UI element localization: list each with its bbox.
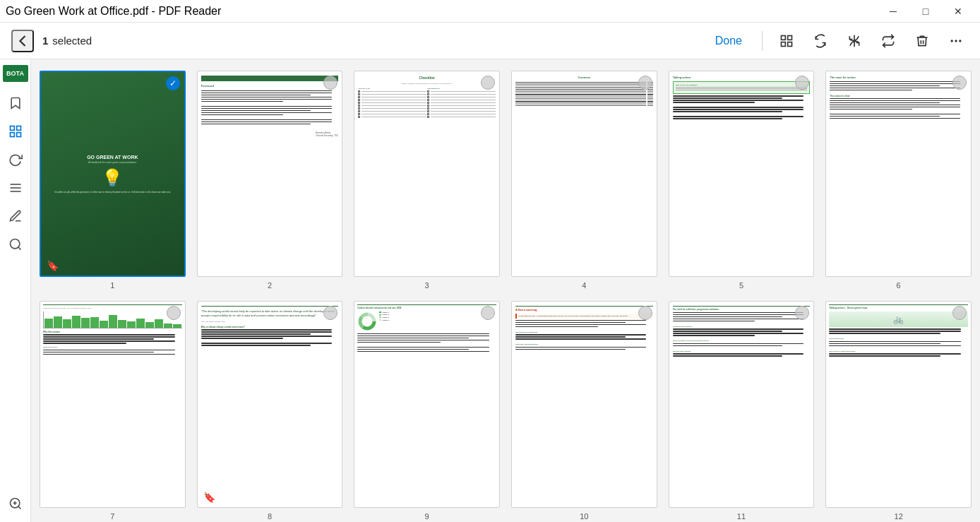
page-5-wrapper[interactable]: Taking action How to use this handbook (669, 71, 815, 290)
page-12-wrapper[interactable]: Taking action - Union green reps 🚲 Union… (825, 301, 972, 520)
page-10-number: 10 (580, 512, 588, 521)
rotate-icon (813, 34, 827, 48)
page-5-thumbnail[interactable]: Taking action How to use this handbook (669, 71, 815, 277)
page-10-wrapper[interactable]: A Stern warning The Stern report once sa… (511, 301, 657, 520)
flip-button[interactable] (842, 28, 867, 54)
thumbnails-icon (8, 124, 23, 138)
grid-view-button[interactable] (774, 28, 799, 54)
page-3-thumbnail[interactable]: Checklist Twenty questions when working … (354, 71, 500, 277)
page-2-wrapper[interactable]: Foreword Brandon BarkerGeneral (197, 71, 343, 290)
page-8-thumbnail[interactable]: "The developing world cannot fairly be e… (197, 301, 343, 507)
page-11-thumbnail[interactable]: The need for collective, progressive sol… (669, 301, 815, 507)
page-3-checkbox[interactable] (481, 76, 495, 90)
page-12-number: 12 (895, 512, 903, 521)
page-5-number: 5 (739, 281, 743, 290)
sidebar-item-annotations[interactable] (3, 203, 28, 229)
sidebar: BOTA (0, 59, 31, 522)
page-7-wrapper[interactable]: Twelve emissions per person - top 15 emi… (40, 301, 186, 520)
page-7-number: 7 (110, 512, 114, 521)
grid-icon (779, 34, 794, 48)
page-3-number: 3 (425, 281, 429, 290)
page-4-wrapper[interactable]: Contents (511, 71, 657, 290)
page-1-wrapper[interactable]: GO GREEN AT WORK A handbook for union gr… (40, 71, 186, 290)
page-6-number: 6 (897, 281, 901, 290)
sidebar-item-sync[interactable] (3, 147, 28, 172)
app-logo: BOTA (3, 65, 28, 82)
close-button[interactable]: ✕ (942, 0, 974, 23)
title-bar-controls: ─ □ ✕ (877, 0, 974, 23)
page-9-wrapper[interactable]: Carbon dioxide emissions by end use, 200… (354, 301, 500, 520)
page-4-number: 4 (582, 281, 586, 290)
sidebar-item-thumbnails[interactable] (3, 119, 28, 144)
page-6-checkbox[interactable] (952, 76, 967, 90)
bulb-icon: 💡 (102, 168, 123, 188)
page-7-checkbox[interactable] (167, 306, 181, 320)
page-1-bookmark: 🔖 (47, 260, 59, 271)
delete-icon (915, 34, 929, 48)
rotate-button[interactable] (808, 28, 833, 54)
svg-rect-3 (788, 42, 792, 46)
selected-label: selected (52, 35, 92, 47)
title-bar: Go Green Work at Office.pdf - PDF Reader… (0, 0, 980, 23)
page-9-number: 9 (425, 512, 429, 521)
svg-rect-10 (10, 133, 14, 137)
more-button[interactable] (943, 28, 969, 54)
svg-rect-11 (16, 133, 20, 137)
maximize-button[interactable]: □ (909, 0, 942, 23)
exchange-button[interactable] (876, 28, 901, 54)
search-icon (8, 237, 23, 251)
page-9-thumbnail[interactable]: Carbon dioxide emissions by end use, 200… (354, 301, 500, 507)
page-4-thumbnail[interactable]: Contents (511, 71, 657, 277)
thumbnails-area[interactable]: GO GREEN AT WORK A handbook for union gr… (31, 59, 980, 522)
page-8-number: 8 (268, 512, 272, 521)
flip-icon (847, 34, 861, 48)
page-7-thumbnail[interactable]: Twelve emissions per person - top 15 emi… (40, 301, 186, 507)
svg-point-6 (955, 40, 957, 42)
page-2-thumbnail[interactable]: Foreword Brandon BarkerGeneral (197, 71, 343, 277)
page-4-checkbox[interactable] (638, 76, 652, 90)
page-10-thumbnail[interactable]: A Stern warning The Stern report once sa… (511, 301, 657, 507)
page-6-thumbnail[interactable]: The case for action The science is clear (825, 71, 972, 277)
page-3-wrapper[interactable]: Checklist Twenty questions when working … (354, 71, 500, 290)
toolbar-divider (762, 31, 763, 51)
sidebar-item-bookmarks[interactable] (3, 90, 28, 116)
svg-point-7 (959, 40, 961, 42)
done-button[interactable]: Done (707, 30, 751, 52)
sidebar-item-search[interactable] (3, 232, 28, 257)
page-11-wrapper[interactable]: The need for collective, progressive sol… (669, 301, 815, 520)
svg-point-25 (365, 319, 369, 324)
annotations-icon (8, 209, 23, 223)
delete-button[interactable] (909, 28, 935, 54)
page-12-thumbnail[interactable]: Taking action - Union green reps 🚲 Union… (825, 301, 972, 507)
title-bar-title: Go Green Work at Office.pdf - PDF Reader (6, 5, 221, 18)
page-1-number: 1 (110, 281, 114, 290)
back-button[interactable] (11, 30, 34, 52)
back-icon (13, 31, 32, 51)
svg-rect-0 (782, 35, 786, 40)
page-10-checkbox[interactable] (638, 306, 652, 320)
minimize-button[interactable]: ─ (877, 0, 909, 23)
sidebar-item-zoom[interactable] (3, 491, 28, 516)
page-1-thumbnail[interactable]: GO GREEN AT WORK A handbook for union gr… (40, 71, 186, 277)
svg-rect-2 (782, 42, 786, 46)
page-1-checkbox[interactable]: ✓ (166, 76, 180, 90)
svg-point-15 (10, 239, 19, 249)
zoom-icon (8, 497, 23, 511)
more-icon (949, 34, 963, 48)
sidebar-item-outline[interactable] (3, 175, 28, 201)
page-6-wrapper[interactable]: The case for action The science is clear (825, 71, 972, 290)
bookmark-icon (8, 96, 23, 110)
page-11-number: 11 (737, 512, 746, 521)
title-bar-left: Go Green Work at Office.pdf - PDF Reader (6, 5, 221, 18)
selected-indicator: 1 selected (42, 35, 92, 47)
svg-line-16 (18, 247, 20, 250)
outline-icon (8, 181, 23, 195)
page-8-wrapper[interactable]: "The developing world cannot fairly be e… (197, 301, 343, 520)
exchange-icon (881, 34, 895, 48)
main-area: BOTA (0, 59, 980, 522)
svg-rect-9 (16, 126, 20, 131)
svg-rect-8 (10, 126, 14, 131)
selected-count: 1 (42, 35, 48, 47)
page-8-bookmark: 🔖 (203, 492, 215, 503)
page1-title: GO GREEN AT WORK (87, 155, 138, 160)
